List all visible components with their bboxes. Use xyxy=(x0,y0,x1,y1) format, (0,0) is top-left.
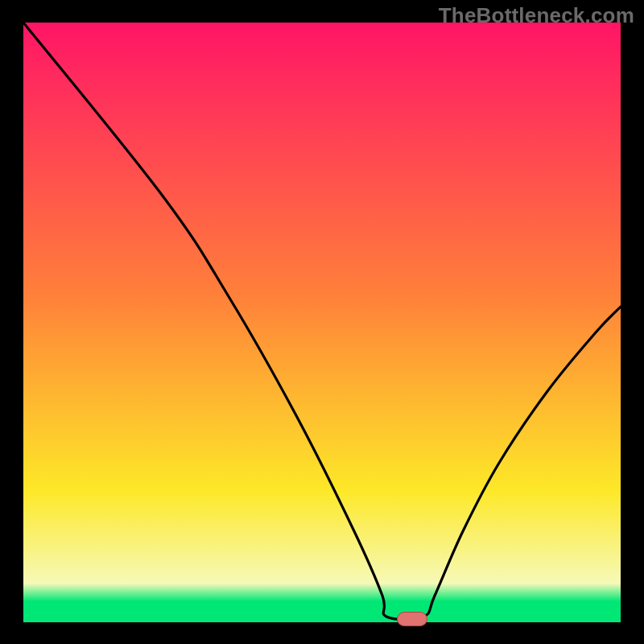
optimal-marker xyxy=(397,612,427,626)
plot-background xyxy=(23,23,621,622)
gradient-rect xyxy=(23,23,621,622)
watermark-text: TheBottleneck.com xyxy=(439,3,634,28)
chart-frame: TheBottleneck.com xyxy=(0,0,644,644)
